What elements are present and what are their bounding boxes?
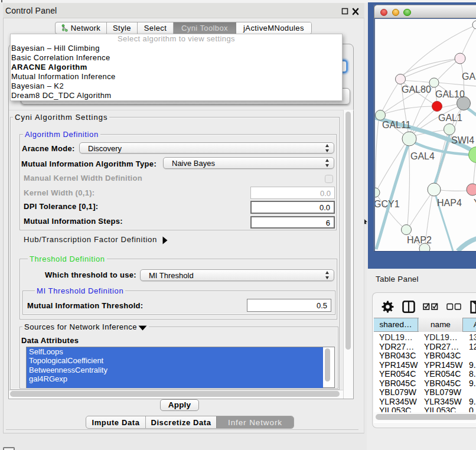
svg-text:HAP4: HAP4 — [437, 198, 462, 208]
svg-text:GAL1: GAL1 — [438, 113, 462, 123]
svg-text:GAL4: GAL4 — [410, 151, 435, 161]
svg-text:GCY1: GCY1 — [375, 199, 400, 209]
svg-text:Y: Y — [474, 198, 476, 208]
svg-text:SWI4: SWI4 — [451, 135, 474, 145]
svg-text:GAL: GAL — [462, 71, 476, 81]
svg-text:GAL80: GAL80 — [402, 84, 431, 94]
svg-text:GAL11: GAL11 — [382, 120, 411, 130]
svg-text:HAP2: HAP2 — [407, 235, 432, 245]
svg-text:GAL10: GAL10 — [435, 89, 465, 99]
